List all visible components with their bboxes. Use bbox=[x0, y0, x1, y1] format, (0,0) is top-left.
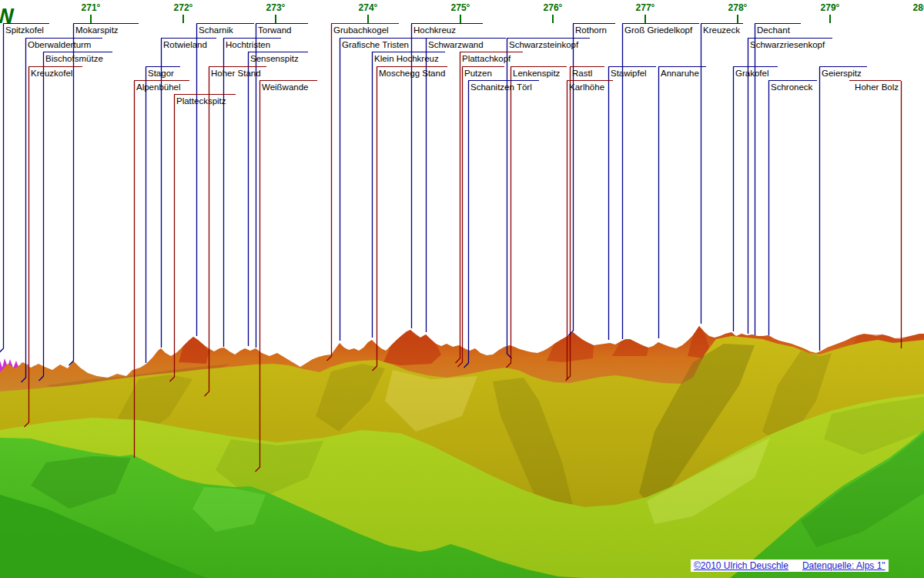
degree-label-274: 274° bbox=[353, 2, 383, 13]
peak-label-mokarspitz: Mokarspitz bbox=[73, 23, 139, 35]
peak-label-torwand: Torwand bbox=[256, 23, 308, 35]
peak-label-schroneck: Schroneck bbox=[768, 80, 817, 92]
leader-line-rastl bbox=[566, 67, 571, 381]
peak-label-sensenspitz: Sensenspitz bbox=[248, 52, 308, 64]
leader-line-oberwalderturm bbox=[22, 39, 26, 382]
peak-label-rothorn: Rothorn bbox=[573, 23, 615, 35]
red-peak-tint bbox=[179, 337, 209, 364]
peak-label-schwarzriesenkopf: Schwarzriesenkopf bbox=[748, 38, 832, 50]
peak-label-lenkenspitz: Lenkenspitz bbox=[511, 66, 567, 79]
degree-tick bbox=[737, 15, 738, 23]
peak-label-plattachkopf: Plattachkopf bbox=[460, 52, 523, 64]
peak-label-putzen: Putzen bbox=[462, 66, 504, 79]
peak-label-oberwalderturm: Oberwalderturm bbox=[25, 38, 102, 50]
degree-label-276: 276° bbox=[537, 2, 568, 13]
peak-label-rotwieland: Rotwieland bbox=[161, 38, 216, 50]
degree-label-279: 279° bbox=[815, 2, 845, 13]
peak-label-hochkreuz: Hochkreuz bbox=[411, 23, 483, 35]
peak-label-moschegg-stand: Moschegg Stand bbox=[377, 66, 447, 79]
peak-label-karlh-he: Karlhöhe bbox=[567, 80, 613, 92]
degree-label-278: 278° bbox=[722, 2, 753, 13]
degree-tick bbox=[90, 15, 92, 23]
degree-tick bbox=[182, 15, 184, 23]
degree-label-273: 273° bbox=[260, 2, 291, 13]
degree-tick bbox=[460, 15, 461, 23]
peak-label-schanitzen-t-rl: Schanitzen Törl bbox=[468, 80, 539, 92]
peak-label-bischofsm-tze: Bischofsmütze bbox=[43, 52, 112, 64]
peak-label-hoher-stand: Hoher Stand bbox=[209, 66, 266, 79]
peak-label-klein-hochkreuz: Klein Hochkreuz bbox=[372, 52, 445, 64]
peak-label-gro-griedelkopf: Groß Griedelkopf bbox=[622, 23, 699, 35]
leader-line-plattachkopf bbox=[456, 52, 460, 363]
peak-label-spitzkofel: Spitzkofel bbox=[3, 23, 49, 35]
leader-line-grubachkogel bbox=[327, 24, 332, 361]
peak-label-grakofel: Grakofel bbox=[733, 66, 778, 79]
leader-line-schanitzen-t-rl bbox=[464, 81, 469, 368]
panorama-view: W 271°272°273°274°275°276°277°278°279°28… bbox=[0, 0, 924, 578]
peak-label-dechant: Dechant bbox=[755, 23, 801, 35]
degree-tick bbox=[367, 15, 369, 23]
copyright-link[interactable]: ©2010 Ulrich Deuschle bbox=[694, 560, 788, 571]
peak-label-stawipfel: Stawipfel bbox=[608, 66, 656, 79]
peak-label-alpenb-hel: Alpenbühel bbox=[134, 80, 189, 92]
datasource-link[interactable]: Datenquelle: Alps 1" bbox=[802, 560, 886, 571]
peak-label-grafische-tristen: Grafische Tristen bbox=[340, 38, 426, 50]
peak-label-platteckspitz: Platteckspitz bbox=[174, 94, 236, 106]
peak-label-hochtristen: Hochtristen bbox=[223, 38, 281, 50]
peak-label-kreuzeck: Kreuzeck bbox=[701, 23, 743, 35]
leader-line-platteckspitz bbox=[170, 95, 175, 381]
peak-label-schwarzsteinkopf: Schwarzsteinkopf bbox=[507, 38, 590, 50]
degree-label-280: 280° bbox=[907, 2, 924, 13]
degree-tick bbox=[552, 15, 554, 23]
degree-label-275: 275° bbox=[445, 2, 476, 13]
peak-label-geierspitz: Geierspitz bbox=[819, 66, 867, 79]
leader-line-bischofsm-tze bbox=[39, 52, 44, 381]
peak-label-scharnik: Scharnik bbox=[196, 23, 254, 35]
peak-label-grubachkogel: Grubachkogel bbox=[331, 23, 399, 35]
footer-credits: ©2010 Ulrich DeuschleDatenquelle: Alps 1… bbox=[691, 560, 889, 572]
red-peak-tint bbox=[612, 339, 648, 356]
degree-tick bbox=[275, 15, 276, 23]
red-peak-tint bbox=[383, 330, 441, 365]
degree-label-272: 272° bbox=[168, 2, 199, 13]
degree-tick bbox=[829, 15, 831, 23]
degree-tick bbox=[644, 15, 646, 23]
peak-label-rastl: Rastl bbox=[570, 66, 604, 79]
peak-label-kreuzkofel: Kreuzkofel bbox=[28, 66, 82, 79]
peak-label-annaruhe: Annaruhe bbox=[658, 66, 706, 79]
peak-label-schwarzwand: Schwarzwand bbox=[426, 38, 506, 50]
peak-label-hoher-bolz: Hoher Bolz bbox=[849, 80, 901, 92]
leader-line-moschegg-stand bbox=[373, 67, 377, 371]
peak-label-stagor: Stagor bbox=[146, 66, 180, 79]
leader-line-spitzkofel bbox=[0, 24, 4, 353]
degree-label-277: 277° bbox=[630, 2, 661, 13]
peak-label-wei-wande: Weißwande bbox=[259, 80, 317, 92]
degree-label-271: 271° bbox=[75, 2, 106, 13]
